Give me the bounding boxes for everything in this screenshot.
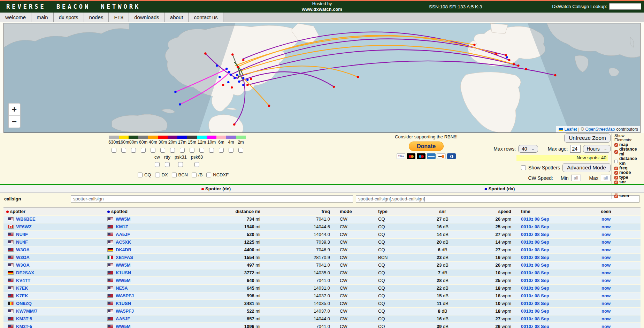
spotter-callsign-link[interactable]: KV4TT — [16, 278, 30, 283]
spotted-callsign-link[interactable]: WW5M — [116, 262, 131, 268]
spotter-callsign-link[interactable]: W3OA — [16, 262, 30, 268]
seen-link[interactable]: now — [601, 324, 611, 328]
band-checkbox[interactable] — [238, 148, 243, 153]
band-checkbox[interactable] — [199, 148, 204, 153]
openstreetmap-link[interactable]: OpenStreetMap — [585, 127, 615, 132]
spotted-callsign-link[interactable]: KM1Z — [116, 224, 128, 229]
map-zoom-in-button[interactable]: + — [9, 104, 20, 115]
seen-link[interactable]: now — [601, 247, 611, 252]
seen-link[interactable]: now — [601, 239, 611, 245]
cw-speed-max-input[interactable] — [601, 175, 611, 181]
spotter-callsign-link[interactable]: KM3T-5 — [16, 324, 32, 328]
element-checkbox[interactable] — [614, 143, 618, 147]
mode-checkbox[interactable] — [194, 162, 199, 167]
band-checkbox[interactable] — [190, 148, 194, 153]
element-checkbox[interactable] — [614, 181, 618, 184]
unfreeze-zoom-button[interactable]: Unfreeze Zoom — [564, 134, 611, 143]
element-checkbox[interactable] — [614, 171, 618, 175]
mode-checkbox[interactable] — [178, 162, 183, 167]
spotter-callsign-input[interactable] — [71, 195, 353, 203]
spotter-callsign-link[interactable]: VE6WZ — [16, 224, 32, 229]
time-link[interactable]: 0010z 08 Sep — [521, 262, 549, 268]
spotter-callsign-link[interactable]: NU4F — [16, 232, 28, 237]
nav-tab[interactable]: about — [165, 13, 189, 22]
time-link[interactable]: 0010z 08 Sep — [521, 216, 549, 222]
nav-tab[interactable]: welcome — [0, 13, 31, 22]
spotter-callsign-link[interactable]: NU4F — [16, 239, 28, 245]
spotter-callsign-link[interactable]: ON6ZQ — [16, 301, 32, 306]
nav-tab[interactable]: contact us — [189, 13, 223, 22]
spotted-callsign-link[interactable]: WA5PFJ — [116, 308, 134, 314]
spotter-callsign-link[interactable]: K7EK — [16, 285, 28, 291]
time-link[interactable]: 0010z 08 Sep — [521, 316, 549, 321]
spotted-callsign-link[interactable]: DK4DR — [116, 247, 131, 252]
time-link[interactable]: 0010z 08 Sep — [521, 293, 549, 298]
band-checkbox[interactable] — [229, 148, 233, 153]
time-link[interactable]: 0010z 08 Sep — [521, 301, 549, 306]
nav-tab[interactable]: dx spots — [54, 13, 84, 22]
time-link[interactable]: 0010z 08 Sep — [521, 270, 549, 275]
spotted-callsign-link[interactable]: WW5M — [116, 278, 131, 283]
seen-link[interactable]: now — [601, 293, 611, 298]
nav-tab[interactable]: main — [31, 13, 54, 22]
type-checkbox[interactable] — [172, 173, 177, 177]
spotted-callsign-link[interactable]: AA5JF — [116, 232, 130, 237]
show-spotters-checkbox[interactable] — [521, 165, 526, 170]
spotter-callsign-link[interactable]: W3OA — [16, 255, 30, 260]
spotted-callsign-link[interactable]: K1USN — [116, 270, 131, 275]
spotted-callsign-link[interactable]: WA5PFJ — [116, 293, 134, 298]
map[interactable]: + − Leaflet | © OpenStreetMap contributo… — [3, 23, 641, 133]
seen-link[interactable]: now — [601, 308, 611, 314]
seen-link[interactable]: now — [601, 262, 611, 268]
type-checkbox[interactable] — [206, 173, 211, 177]
time-link[interactable]: 0010z 08 Sep — [521, 324, 549, 328]
max-age-input[interactable] — [570, 145, 581, 153]
element-checkbox[interactable] — [614, 176, 618, 180]
time-link[interactable]: 0010z 08 Sep — [521, 308, 549, 314]
nav-tab[interactable]: FT8 — [109, 13, 129, 22]
leaflet-link[interactable]: Leaflet — [565, 127, 577, 132]
callsign-lookup-input[interactable] — [609, 3, 641, 10]
nav-tab[interactable]: downloads — [129, 13, 165, 22]
band-checkbox[interactable] — [141, 148, 146, 153]
spotter-callsign-link[interactable]: KW7MM/7 — [16, 308, 37, 314]
band-checkbox[interactable] — [219, 148, 224, 153]
band-checkbox[interactable] — [151, 148, 155, 153]
type-checkbox[interactable] — [155, 173, 160, 177]
type-checkbox[interactable] — [192, 173, 197, 177]
band-checkbox[interactable] — [180, 148, 185, 153]
seen-link[interactable]: now — [601, 301, 611, 306]
seen-link[interactable]: now — [601, 285, 611, 291]
element-checkbox[interactable] — [614, 167, 618, 170]
spotted-callsign-link[interactable]: AC5XK — [116, 239, 131, 245]
spotted-callsign-link[interactable]: NE5A — [116, 285, 128, 291]
max-age-unit-select[interactable]: Hours ⌄ — [583, 145, 611, 153]
band-checkbox[interactable] — [170, 148, 175, 153]
max-rows-select[interactable]: 40 ⌄ — [518, 145, 538, 153]
spotted-callsign-link[interactable]: AA5JF — [116, 316, 130, 321]
spotted-callsign-link[interactable]: K1USN — [116, 301, 131, 306]
time-link[interactable]: 0010z 08 Sep — [521, 239, 549, 245]
band-checkbox[interactable] — [121, 148, 126, 153]
element-checkbox[interactable] — [614, 160, 618, 163]
seen-link[interactable]: now — [601, 232, 611, 237]
seen-link[interactable]: now — [601, 255, 611, 260]
time-link[interactable]: 0010z 08 Sep — [521, 224, 549, 229]
seen-link[interactable]: now — [601, 316, 611, 321]
mode-checkbox[interactable] — [155, 162, 160, 167]
spotter-callsign-link[interactable]: KM3T-5 — [16, 316, 32, 321]
spotted-callsign-link[interactable]: WW5M — [116, 216, 131, 222]
seen-link[interactable]: now — [601, 278, 611, 283]
time-link[interactable]: 0010z 08 Sep — [521, 232, 549, 237]
time-link[interactable]: 0010z 08 Sep — [521, 247, 549, 252]
spotter-callsign-link[interactable]: K7EK — [16, 293, 28, 298]
donate-button[interactable]: Donate — [409, 142, 444, 151]
type-checkbox[interactable] — [138, 173, 143, 177]
time-link[interactable]: 0010z 08 Sep — [521, 285, 549, 291]
element-checkbox[interactable] — [614, 150, 618, 154]
spotter-callsign-link[interactable]: DE2SAX — [16, 270, 34, 275]
seen-link[interactable]: now — [601, 216, 611, 222]
time-link[interactable]: 0010z 08 Sep — [521, 278, 549, 283]
time-link[interactable]: 0010z 08 Sep — [521, 255, 549, 260]
spotted-callsign-link[interactable]: WW5M — [116, 324, 131, 328]
